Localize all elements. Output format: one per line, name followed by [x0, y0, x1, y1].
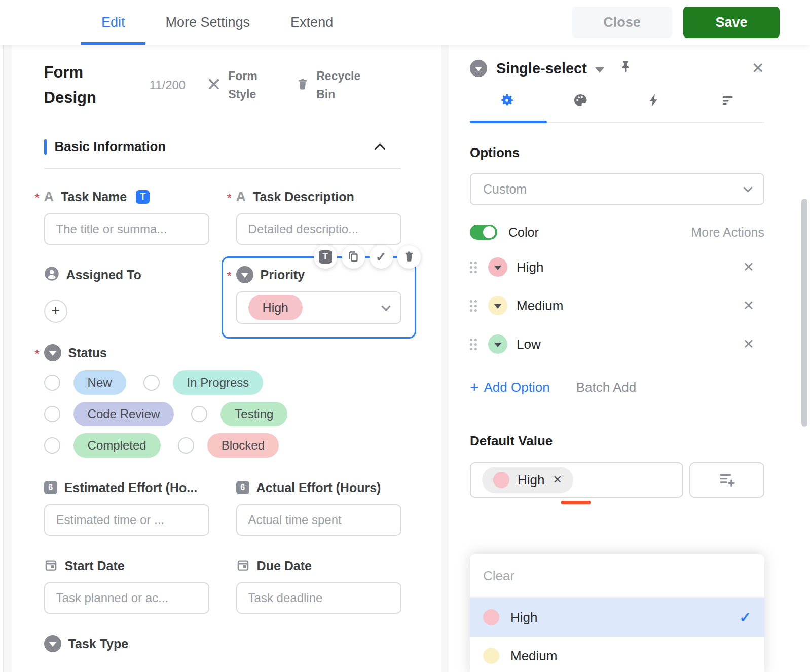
remove-option-icon[interactable]: ✕ [743, 336, 754, 352]
section-header[interactable]: Basic Information [44, 139, 401, 169]
tab-appearance[interactable] [543, 92, 617, 110]
field-task-description[interactable]: * A Task Description [236, 188, 401, 245]
scrollbar-thumb[interactable] [801, 199, 807, 427]
task-description-input[interactable] [236, 213, 401, 245]
more-actions-link[interactable]: More Actions [691, 225, 764, 240]
option-list: High ✕ Medium ✕ Low ✕ [470, 248, 764, 363]
default-value-pill: High ✕ [482, 467, 573, 493]
status-option-completed[interactable]: Completed [44, 433, 161, 458]
recycle-bin-button[interactable]: Recycle Bin [296, 67, 363, 103]
field-label: Actual Effort (Hours) [256, 480, 381, 495]
field-due-date[interactable]: Due Date [236, 557, 401, 614]
close-panel-icon[interactable]: ✕ [752, 61, 764, 76]
option-color-swatch[interactable] [488, 257, 507, 277]
radio-button[interactable] [178, 437, 194, 454]
dropdown-item-medium[interactable]: Medium [470, 637, 764, 672]
field-task-name[interactable]: * A Task Name T [44, 188, 209, 245]
field-assigned-to[interactable]: Assigned To + [44, 266, 209, 323]
duplicate-field-button[interactable] [342, 245, 365, 269]
batch-add-button[interactable]: Batch Add [576, 380, 637, 395]
task-name-input[interactable] [44, 213, 209, 245]
options-label: Options [470, 145, 764, 161]
radio-button[interactable] [44, 375, 60, 391]
pin-icon[interactable] [619, 60, 632, 77]
field-priority-selected[interactable]: T ✓ [222, 256, 416, 339]
add-option-button[interactable]: + Add Option [470, 379, 550, 396]
option-label[interactable]: Low [517, 337, 541, 352]
estimated-effort-input[interactable] [44, 504, 209, 536]
options-source-value: Custom [483, 182, 527, 197]
style-tools-icon [207, 77, 221, 93]
dropdown-item-high[interactable]: High ✓ [470, 598, 764, 637]
priority-value-pill: High [248, 295, 303, 320]
radio-button[interactable] [191, 406, 207, 422]
option-label[interactable]: High [517, 259, 543, 275]
option-color-swatch[interactable] [488, 334, 507, 354]
field-label-row: * Status [44, 344, 401, 361]
field-label: Due Date [257, 558, 312, 573]
remove-option-icon[interactable]: ✕ [743, 259, 754, 275]
option-color-swatch[interactable] [488, 296, 507, 315]
chevron-down-icon [743, 183, 752, 192]
start-date-input[interactable] [44, 582, 209, 614]
field-label-row: 6 Estimated Effort (Ho... [44, 479, 209, 496]
close-button[interactable]: Close [572, 7, 672, 38]
confirm-field-button[interactable]: ✓ [370, 245, 393, 269]
default-value-input[interactable]: High ✕ [470, 462, 683, 498]
section-title: Basic Information [55, 139, 166, 155]
tab-automation[interactable] [617, 92, 691, 110]
tab-edit[interactable]: Edit [81, 0, 145, 45]
radio-button[interactable] [143, 375, 160, 391]
text-field-icon: A [44, 189, 54, 205]
tab-settings-gear[interactable] [470, 92, 543, 110]
add-to-list-button[interactable] [689, 462, 764, 498]
status-option-code-review[interactable]: Code Review [44, 402, 174, 426]
field-start-date[interactable]: Start Date [44, 557, 209, 614]
add-to-list-icon [718, 471, 735, 490]
field-task-type[interactable]: Task Type [44, 635, 401, 652]
title-field-button[interactable]: T [314, 245, 337, 269]
fields-grid: * A Task Name T * A Task Description [44, 188, 401, 652]
option-label[interactable]: Medium [517, 298, 563, 314]
status-option-new[interactable]: New [44, 370, 126, 395]
save-button[interactable]: Save [683, 7, 780, 38]
option-row-low: Low ✕ [470, 325, 764, 363]
select-field-icon [470, 60, 487, 77]
add-option-label: Add Option [484, 380, 550, 395]
field-label: Task Description [253, 190, 354, 204]
field-status[interactable]: * Status New In Progress [44, 344, 401, 458]
drag-handle-icon[interactable] [470, 339, 477, 350]
field-type-caret-icon[interactable] [595, 67, 604, 73]
remove-option-icon[interactable]: ✕ [743, 297, 754, 314]
drag-handle-icon[interactable] [470, 300, 477, 312]
copy-icon [347, 250, 359, 264]
option-color-dot [493, 472, 509, 488]
remove-value-icon[interactable]: ✕ [553, 473, 562, 487]
tab-more-settings[interactable]: More Settings [145, 0, 271, 45]
priority-select[interactable]: High [236, 291, 401, 324]
color-toggle[interactable] [470, 225, 497, 240]
dropdown-clear-item[interactable]: Clear [470, 554, 764, 598]
status-options: New In Progress Code Review [44, 370, 401, 458]
active-tab-indicator [470, 121, 547, 123]
radio-button[interactable] [44, 406, 60, 422]
status-pill: In Progress [173, 370, 264, 395]
drag-handle-icon[interactable] [470, 262, 477, 273]
field-actual-effort[interactable]: 6 Actual Effort (Hours) [236, 479, 401, 536]
collapse-chevron-icon[interactable] [374, 143, 385, 154]
add-assignee-button[interactable]: + [44, 300, 67, 323]
status-row: Completed Blocked [44, 433, 401, 458]
field-estimated-effort[interactable]: 6 Estimated Effort (Ho... [44, 479, 209, 536]
tab-field-list[interactable] [691, 92, 764, 110]
form-style-button[interactable]: Form Style [207, 67, 275, 103]
radio-button[interactable] [44, 437, 60, 454]
delete-field-button[interactable] [397, 245, 421, 269]
status-option-blocked[interactable]: Blocked [178, 433, 279, 458]
due-date-input[interactable] [236, 582, 401, 614]
status-option-testing[interactable]: Testing [191, 402, 287, 426]
status-option-in-progress[interactable]: In Progress [143, 370, 264, 395]
actual-effort-input[interactable] [236, 504, 401, 536]
panel-header: Single-select ✕ [470, 60, 764, 77]
tab-extend[interactable]: Extend [270, 0, 353, 45]
options-source-select[interactable]: Custom [470, 173, 764, 205]
